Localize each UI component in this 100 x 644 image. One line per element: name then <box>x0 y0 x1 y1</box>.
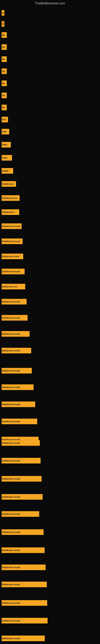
bar-row: Bottleneck <box>1 181 16 187</box>
bar: Bottleneck result <box>1 494 43 500</box>
bar: Bottleneck res <box>1 284 25 290</box>
bar: Bo <box>1 92 7 98</box>
bar-row: Bottleneck result <box>1 494 43 500</box>
bar: Bottleneck <box>1 181 16 187</box>
bar: Bottleneck result <box>1 384 34 390</box>
bar-row: Bottleneck resul <box>1 254 23 259</box>
bar-row: Bottleneck r <box>1 209 19 215</box>
bar: Bottleneck res <box>1 195 20 201</box>
bar: Bottleneck result <box>1 269 25 274</box>
bar: Bot <box>1 117 8 122</box>
bar-row: Bottleneck result <box>1 440 40 446</box>
bar-row: Bo <box>1 105 7 110</box>
bar: Bo <box>1 44 7 50</box>
bar: Bo <box>1 56 7 62</box>
bar-row: Bottleneck result <box>1 299 27 304</box>
bar-row: Bottleneck result <box>1 600 47 606</box>
bar: Bottleneck result <box>1 600 47 606</box>
bar: Bo <box>1 32 7 38</box>
bar-row: B <box>1 21 4 27</box>
bar-row: Bottl <box>1 155 12 160</box>
bar-row: Bottleneck result <box>1 224 22 229</box>
bar-row: Bottleneck result <box>1 368 32 374</box>
bars-container: BBBoBoBoBoBoBoBoBotBottBottlBottlBottleB… <box>0 6 100 642</box>
bar: Bottleneck result <box>1 636 45 641</box>
bar-row: Bottleneck result <box>1 529 44 535</box>
bar: Bottleneck result <box>1 418 37 424</box>
bar-row: Bottleneck res <box>1 195 20 201</box>
bar: Bottleneck result <box>1 618 48 624</box>
bar: Bottleneck resul <box>1 254 23 259</box>
bar-row: Bot <box>1 117 8 122</box>
bar: Bottleneck result <box>1 348 31 354</box>
bar-row: Bottleneck result <box>1 331 30 337</box>
bar: Bottleneck result <box>1 476 42 482</box>
bar-row: Bo <box>1 32 7 38</box>
site-title: TheBottlenecker.com <box>0 0 100 6</box>
bar-row: Bottleneck result <box>1 348 31 354</box>
bar-row: Bo <box>1 68 7 74</box>
bar-row: Bottleneck res <box>1 284 25 290</box>
bar: Bottleneck result <box>1 529 44 535</box>
bar-row: Bottleneck result <box>1 458 41 464</box>
bar-row: Bottleneck result <box>1 418 37 424</box>
bar: Bottleneck result <box>1 402 35 407</box>
bar: Bo <box>1 105 7 110</box>
bar-row: Bottleneck result <box>1 238 23 244</box>
bar-row: Bottleneck result <box>1 476 42 482</box>
bar-row: Bo <box>1 44 7 50</box>
bar: Bottleneck result <box>1 315 28 320</box>
bar: Bottleneck result <box>1 458 41 464</box>
bar: Bottleneck result <box>1 368 32 374</box>
bar-row: Bottl <box>1 142 11 148</box>
bar: B <box>1 21 4 27</box>
bar-row: Bottleneck result <box>1 402 35 407</box>
bar: Bottleneck r <box>1 209 19 215</box>
bar-row: Bo <box>1 80 7 86</box>
bar: Bottleneck result <box>1 548 45 553</box>
bar-row: Bottleneck result <box>1 384 34 390</box>
bar: Bottleneck result <box>1 299 27 304</box>
bar: Bottleneck result <box>1 564 46 570</box>
bar-row: Bottleneck result <box>1 511 39 517</box>
bar-row: Bottleneck result <box>1 636 45 641</box>
bar: Bottl <box>1 142 11 148</box>
bar: B <box>1 10 4 16</box>
bar: Bottleneck result <box>1 582 47 587</box>
bar: Bottleneck result <box>1 224 22 229</box>
bar: Bottleneck result <box>1 238 23 244</box>
bar-row: Bottleneck result <box>1 548 45 553</box>
bar-row: Bottleneck result <box>1 582 47 587</box>
bar: Bottle <box>1 168 13 174</box>
bar: Bo <box>1 80 7 86</box>
bar-row: Bo <box>1 92 7 98</box>
bar: Bott <box>1 129 9 134</box>
bar-row: Bottleneck result <box>1 269 25 274</box>
bar-row: Bottleneck result <box>1 618 48 624</box>
bar: Bottleneck result <box>1 331 30 337</box>
bar-row: Bottle <box>1 168 13 174</box>
bar: Bottleneck result <box>1 511 39 517</box>
bar-row: B <box>1 10 4 16</box>
bar: Bottleneck result <box>1 440 40 446</box>
bar-row: Bottleneck result <box>1 315 28 320</box>
bar-row: Bottleneck result <box>1 564 46 570</box>
bar: Bo <box>1 68 7 74</box>
bar-row: Bott <box>1 129 9 134</box>
bar-row: Bo <box>1 56 7 62</box>
bar: Bottl <box>1 155 12 160</box>
